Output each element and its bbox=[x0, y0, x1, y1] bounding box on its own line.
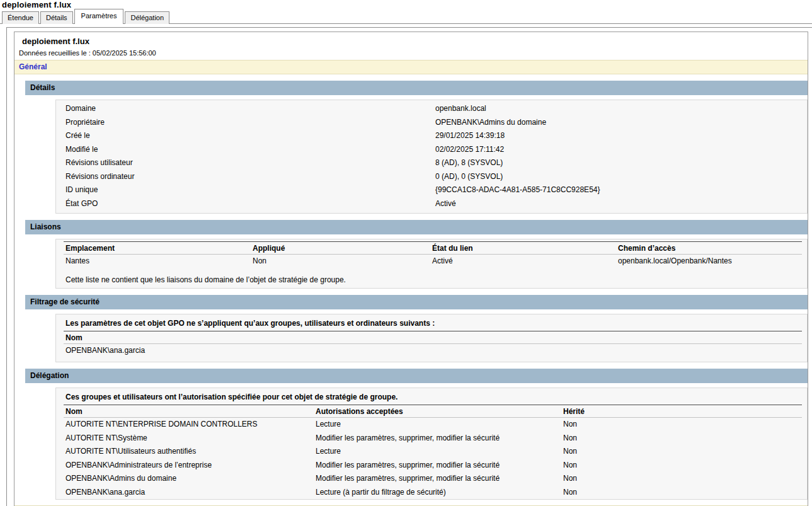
delegation-nom: AUTORITE NT\Utilisateurs authentifiés bbox=[64, 445, 314, 459]
detail-row-domaine: Domaine openbank.local bbox=[56, 102, 807, 116]
gpo-report: deploiement f.lux Données recueillies le… bbox=[14, 32, 808, 506]
delegation-table-header: Nom Autorisations acceptées Hérité bbox=[64, 405, 802, 418]
detail-value: 8 (AD), 8 (SYSVOL) bbox=[435, 156, 807, 170]
delegation-intro: Ces groupes et utilisateurs ont l’autori… bbox=[56, 388, 807, 405]
delegation-herite: Non bbox=[561, 486, 802, 500]
delegation-nom: AUTORITE NT\Système bbox=[64, 432, 314, 446]
section-delegation-body: Ces groupes et utilisateurs ont l’autori… bbox=[55, 388, 808, 500]
column-header: Nom bbox=[64, 331, 802, 343]
column-header: État du lien bbox=[430, 242, 616, 254]
liaison-chemin: openbank.local/Openbank/Nantes bbox=[616, 255, 802, 268]
column-header: Hérité bbox=[561, 405, 802, 417]
delegation-herite: Non bbox=[561, 418, 802, 432]
column-header: Autorisations acceptées bbox=[314, 405, 561, 417]
detail-row-proprietaire: Propriétaire OPENBANK\Admins du domaine bbox=[56, 116, 807, 130]
delegation-autorisations: Modifier les paramètres, supprimer, modi… bbox=[314, 459, 561, 473]
delegation-nom: OPENBANK\ana.garcia bbox=[64, 486, 314, 500]
report-title: deploiement f.lux bbox=[22, 37, 808, 46]
detail-value: 02/02/2025 17:11:42 bbox=[435, 143, 807, 157]
tab-etendue[interactable]: Étendue bbox=[2, 11, 39, 24]
delegation-autorisations: Lecture (à partir du filtrage de sécurit… bbox=[314, 486, 561, 500]
delegation-herite: Non bbox=[561, 459, 802, 473]
delegation-autorisations: Lecture bbox=[314, 418, 561, 432]
detail-label: État GPO bbox=[56, 197, 435, 211]
delegation-autorisations: Modifier les paramètres, supprimer, modi… bbox=[314, 472, 561, 486]
liaison-emplacement: Nantes bbox=[64, 255, 251, 268]
detail-row-revisions-utilisateur: Révisions utilisateur 8 (AD), 8 (SYSVOL) bbox=[56, 156, 807, 170]
section-details-body: Domaine openbank.local Propriétaire OPEN… bbox=[55, 100, 808, 214]
section-delegation: Délégation Ces groupes et utilisateurs o… bbox=[14, 369, 808, 500]
delegation-autorisations: Modifier les paramètres, supprimer, modi… bbox=[314, 432, 561, 446]
detail-label: Créé le bbox=[56, 129, 435, 143]
detail-row-id-unique: ID unique {99CCA1C8-ADAC-4A81-A585-71C8C… bbox=[56, 183, 807, 197]
report-collected-date: Données recueillies le : 05/02/2025 15:5… bbox=[19, 49, 808, 57]
delegation-table: Nom Autorisations acceptées Hérité AUTOR… bbox=[64, 405, 802, 499]
table-row: AUTORITE NT\Utilisateurs authentifiés Le… bbox=[64, 445, 802, 459]
delegation-herite: Non bbox=[561, 432, 802, 446]
section-liaisons: Liaisons Emplacement Appliqué État du li… bbox=[14, 220, 808, 289]
delegation-nom: AUTORITE NT\ENTERPRISE DOMAIN CONTROLLER… bbox=[64, 418, 314, 432]
table-row: AUTORITE NT\ENTERPRISE DOMAIN CONTROLLER… bbox=[64, 418, 802, 432]
liaison-applique: Non bbox=[251, 255, 430, 268]
section-filtrage-header[interactable]: Filtrage de sécurité bbox=[25, 295, 808, 309]
detail-label: Propriétaire bbox=[56, 116, 435, 130]
filtrage-nom: OPENBANK\ana.garcia bbox=[64, 344, 802, 358]
section-details: Détails Domaine openbank.local Propriéta… bbox=[14, 81, 808, 214]
detail-row-modifie-le: Modifié le 02/02/2025 17:11:42 bbox=[56, 143, 807, 157]
column-header: Nom bbox=[64, 405, 314, 417]
tab-strip: Étendue Détails Paramètres Délégation bbox=[0, 9, 812, 24]
detail-value: openbank.local bbox=[435, 102, 807, 116]
delegation-herite: Non bbox=[561, 445, 802, 459]
column-header: Emplacement bbox=[64, 242, 251, 254]
detail-value: {99CCA1C8-ADAC-4A81-A585-71C8CC928E54} bbox=[435, 183, 807, 197]
detail-label: Révisions utilisateur bbox=[56, 156, 435, 170]
column-header: Appliqué bbox=[251, 242, 430, 254]
filtrage-intro: Les paramètres de cet objet GPO ne s’app… bbox=[56, 314, 807, 331]
section-filtrage-body: Les paramètres de cet objet GPO ne s’app… bbox=[55, 314, 808, 363]
filtrage-table: Nom OPENBANK\ana.garcia bbox=[64, 331, 802, 358]
section-delegation-header[interactable]: Délégation bbox=[25, 369, 808, 383]
section-details-header[interactable]: Détails bbox=[25, 81, 808, 95]
detail-row-cree-le: Créé le 29/01/2025 14:39:18 bbox=[56, 129, 807, 143]
detail-label: Modifié le bbox=[56, 143, 435, 157]
tab-parametres[interactable]: Paramètres bbox=[74, 9, 124, 24]
delegation-herite: Non bbox=[561, 472, 802, 486]
filtrage-table-header: Nom bbox=[64, 331, 802, 344]
section-filtrage: Filtrage de sécurité Les paramètres de c… bbox=[14, 295, 808, 363]
liaison-etat: Activé bbox=[430, 255, 616, 268]
liaisons-table: Emplacement Appliqué État du lien Chemin… bbox=[64, 241, 802, 268]
detail-label: Révisions ordinateur bbox=[56, 170, 435, 184]
delegation-autorisations: Lecture bbox=[314, 445, 561, 459]
tab-delegation[interactable]: Délégation bbox=[125, 11, 169, 24]
column-header: Chemin d’accès bbox=[616, 242, 802, 254]
window-title: deploiement f.lux bbox=[2, 0, 71, 9]
delegation-nom: OPENBANK\Administrateurs de l’entreprise bbox=[64, 459, 314, 473]
detail-label: Domaine bbox=[56, 102, 435, 116]
table-row: OPENBANK\Admins du domaine Modifier les … bbox=[64, 472, 802, 486]
liaisons-table-header: Emplacement Appliqué État du lien Chemin… bbox=[64, 241, 802, 255]
tab-details[interactable]: Détails bbox=[40, 11, 73, 24]
table-row: Nantes Non Activé openbank.local/Openban… bbox=[64, 255, 802, 268]
section-liaisons-header[interactable]: Liaisons bbox=[25, 220, 808, 234]
delegation-nom: OPENBANK\Admins du domaine bbox=[64, 472, 314, 486]
table-row: OPENBANK\ana.garcia bbox=[64, 344, 802, 358]
table-row: OPENBANK\Administrateurs de l’entreprise… bbox=[64, 459, 802, 473]
detail-value: 29/01/2025 14:39:18 bbox=[435, 129, 807, 143]
detail-value: Activé bbox=[435, 197, 807, 211]
table-row: OPENBANK\ana.garcia Lecture (à partir du… bbox=[64, 486, 802, 500]
detail-label: ID unique bbox=[56, 183, 435, 197]
section-liaisons-body: Emplacement Appliqué État du lien Chemin… bbox=[55, 239, 808, 289]
detail-value: 0 (AD), 0 (SYSVOL) bbox=[435, 170, 807, 184]
table-row: AUTORITE NT\Système Modifier les paramèt… bbox=[64, 432, 802, 446]
detail-row-revisions-ordinateur: Révisions ordinateur 0 (AD), 0 (SYSVOL) bbox=[56, 170, 807, 184]
general-section-link[interactable]: Général bbox=[14, 60, 808, 74]
detail-value: OPENBANK\Admins du domaine bbox=[435, 116, 807, 130]
detail-row-etat-gpo: État GPO Activé bbox=[56, 197, 807, 211]
liaisons-note: Cette liste ne contient que les liaisons… bbox=[56, 268, 807, 288]
